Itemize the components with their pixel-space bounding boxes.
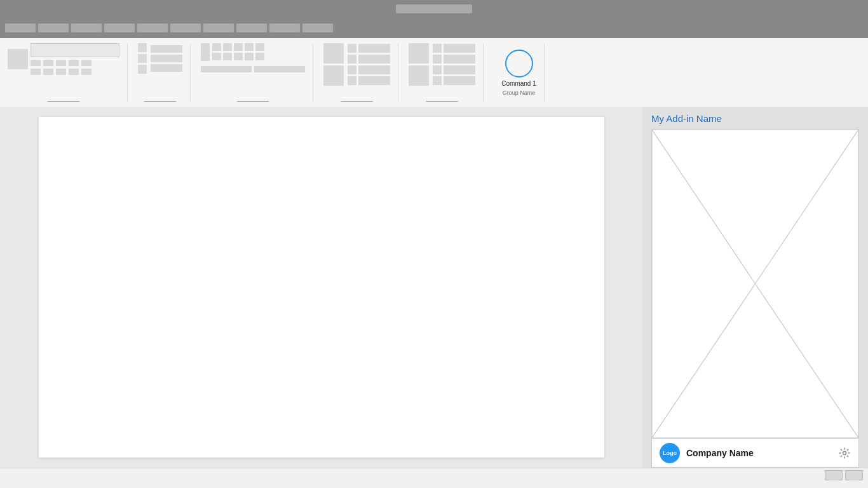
rb-block [323,65,344,86]
document-area [0,107,642,468]
main-area: My Add-in Name Logo Company Name [0,107,868,468]
rb-block [358,55,390,64]
rb-block [212,53,221,60]
tab-5[interactable] [137,24,168,32]
ribbon-group-5: __________ [409,43,484,102]
ribbon-content: __________ __________ [0,38,868,107]
rb-block [358,44,390,53]
svg-point-3 [843,452,846,455]
command-group-name: Group Name [503,90,536,96]
rb-block [201,43,210,61]
rb-block [245,53,254,60]
rb-block [151,45,182,53]
rb-block [444,55,475,64]
ribbon-group-2: __________ [138,43,191,102]
status-btn-2[interactable] [845,470,863,480]
rb-block [409,65,429,86]
ribbon-group-label-1: __________ [48,95,79,102]
rb-block [433,55,442,64]
command-label: Command 1 [501,80,536,87]
rb-block [234,53,243,60]
tab-7[interactable] [203,24,234,32]
rb-block [433,44,442,53]
rb-block [138,54,147,63]
status-btn-1[interactable] [825,470,843,480]
company-name: Company Name [686,448,832,458]
rb-block [444,65,475,74]
ribbon-group-label-4: __________ [341,95,372,102]
rb-block [31,69,41,75]
title-bar-text [396,4,472,13]
rb-block [245,43,254,51]
ribbon-group-4: __________ [323,43,398,102]
title-bar [0,0,868,18]
document-page [39,117,604,458]
rb-block [444,76,475,85]
rb-block [348,55,356,64]
tab-3[interactable] [71,24,102,32]
command-group[interactable]: Command 1 Group Name [494,43,545,102]
rb-block [433,76,442,85]
rb-block [234,43,243,51]
rb-block [348,76,356,85]
rb-block [81,69,92,75]
ribbon-group-1: __________ [8,43,128,102]
placeholder-image [652,130,858,438]
rb-block [254,66,305,72]
sidebar-content [651,129,859,438]
sidebar-title: My Add-in Name [642,107,868,129]
rb-block [56,69,66,75]
ribbon-group-label-3: __________ [237,95,269,102]
rb-block [358,76,390,85]
ribbon-group-label-5: __________ [426,95,458,102]
gear-icon[interactable] [838,447,851,459]
tab-4[interactable] [104,24,135,32]
rb-block [223,43,232,51]
rb-block [56,60,66,66]
rb-block [43,60,53,66]
rb-block [43,69,53,75]
rb-block [151,55,182,62]
logo-text: Logo [663,450,677,456]
ribbon-input-1[interactable] [31,43,119,57]
logo-circle: Logo [660,443,680,463]
rb-block [433,65,442,74]
rb-block [151,64,182,72]
rb-block [81,60,92,66]
status-bar [0,468,868,482]
rb-block [444,44,475,53]
rb-block [223,53,232,60]
rb-block [138,43,147,52]
tab-8[interactable] [236,24,267,32]
ribbon-group-3: __________ [201,43,313,102]
rb-block [69,69,79,75]
rb-block [348,44,356,53]
rb-block [409,43,429,64]
ribbon-tabs [0,18,868,38]
rb-block [212,43,221,51]
tab-1[interactable] [5,24,36,32]
sidebar-footer: Logo Company Name [651,438,859,468]
tab-10[interactable] [302,24,333,32]
command-circle-icon [505,50,533,78]
rb-block [255,53,264,60]
ribbon-group-label-2: __________ [144,95,176,102]
rb-block [323,43,344,64]
tab-6[interactable] [170,24,201,32]
tab-2[interactable] [38,24,69,32]
rb-block [348,65,356,74]
rb-block [201,66,252,72]
ribbon-icon-1 [8,49,28,69]
rb-block [31,60,41,66]
rb-block [69,60,79,66]
tab-9[interactable] [269,24,300,32]
rb-block [358,65,390,74]
rb-block [255,43,264,51]
sidebar: My Add-in Name Logo Company Name [642,107,868,468]
rb-block [138,65,147,74]
